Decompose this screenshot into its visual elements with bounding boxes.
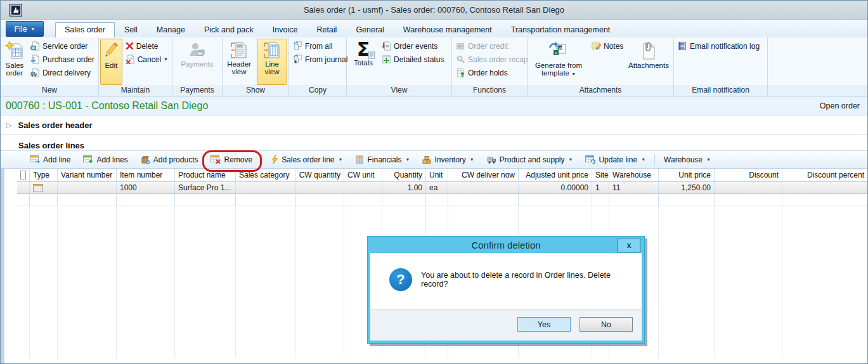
yes-button[interactable]: Yes bbox=[517, 317, 571, 332]
update-line-icon bbox=[585, 155, 595, 164]
col-cw-unit[interactable]: CW unit bbox=[344, 169, 382, 181]
delete-button[interactable]: Delete bbox=[123, 39, 171, 53]
cell-sales-category[interactable] bbox=[236, 182, 296, 193]
col-unit-price[interactable]: Unit price bbox=[659, 169, 715, 181]
cancel-label: Cancel bbox=[138, 55, 161, 64]
group-label-copy: Copy bbox=[289, 85, 346, 96]
product-and-supply-menu[interactable]: Product and supply ▼ bbox=[481, 151, 580, 168]
cell-variant-number[interactable] bbox=[58, 182, 117, 193]
sales-order-line-menu[interactable]: Sales order line ▼ bbox=[264, 151, 349, 168]
tab-manage[interactable]: Manage bbox=[147, 22, 195, 37]
col-discount[interactable]: Discount bbox=[715, 169, 782, 181]
direct-delivery-button[interactable]: Direct delivery bbox=[28, 66, 97, 79]
cell-discount[interactable] bbox=[715, 182, 782, 193]
col-item-number[interactable]: Item number bbox=[117, 169, 175, 181]
service-order-button[interactable]: Service order bbox=[28, 39, 97, 53]
tab-retail[interactable]: Retail bbox=[307, 22, 346, 37]
col-discount-percent[interactable]: Discount percent bbox=[782, 169, 867, 181]
col-site[interactable]: Site bbox=[592, 169, 609, 181]
tab-pick-and-pack[interactable]: Pick and pack bbox=[195, 22, 263, 37]
expander-icon[interactable]: ▷ bbox=[6, 121, 11, 129]
header-view-label: Header view bbox=[224, 60, 254, 75]
tab-general[interactable]: General bbox=[346, 22, 393, 37]
col-cw-deliver-now[interactable]: CW deliver now bbox=[448, 169, 519, 181]
financials-label: Financials bbox=[367, 155, 401, 164]
dropdown-arrow-icon: ▼ bbox=[164, 57, 168, 62]
group-label-maintain: Maintain bbox=[99, 85, 172, 96]
ribbon-group-view: Σ Totals Order events Detailed status Vi… bbox=[347, 37, 452, 96]
col-warehouse[interactable]: Warehouse bbox=[609, 169, 659, 181]
order-holds-button[interactable]: Order holds bbox=[453, 66, 531, 79]
remove-button[interactable]: Remove bbox=[204, 151, 259, 168]
close-icon[interactable]: x bbox=[618, 238, 640, 252]
ribbon: Sales order Service order Purchase order… bbox=[1, 37, 867, 96]
svg-text:X: X bbox=[555, 51, 557, 55]
sales-order-icon bbox=[5, 41, 24, 60]
file-menu-label: File bbox=[14, 25, 27, 34]
col-type[interactable]: Type bbox=[30, 169, 58, 181]
cell-unit[interactable]: ea bbox=[426, 182, 448, 193]
add-products-button[interactable]: Add products bbox=[134, 151, 205, 168]
col-cw-quantity[interactable]: CW quantity bbox=[296, 169, 344, 181]
order-events-button[interactable]: Order events bbox=[379, 39, 446, 53]
col-variant-number[interactable]: Variant number bbox=[58, 169, 117, 181]
edit-pencil-icon bbox=[102, 41, 120, 60]
totals-button[interactable]: Σ Totals bbox=[348, 39, 379, 85]
add-lines-button[interactable]: Add lines bbox=[77, 151, 134, 168]
row-type-cell[interactable] bbox=[30, 182, 58, 193]
financials-menu[interactable]: Financials ▼ bbox=[349, 151, 416, 168]
ribbon-group-new: Sales order Service order Purchase order… bbox=[1, 37, 99, 96]
cell-item-number[interactable]: 1000 bbox=[117, 182, 175, 193]
header-view-button[interactable]: Header view bbox=[224, 39, 254, 85]
from-journal-button[interactable]: From journal bbox=[290, 53, 350, 66]
select-all-checkbox[interactable] bbox=[20, 171, 26, 179]
sales-order-lines-title: Sales order lines bbox=[18, 141, 84, 150]
purchase-order-button[interactable]: Purchase order bbox=[28, 53, 97, 66]
update-line-menu[interactable]: Update line ▼ bbox=[579, 151, 652, 168]
payments-button: Payments bbox=[176, 39, 218, 85]
col-unit[interactable]: Unit bbox=[426, 169, 448, 181]
tab-invoice[interactable]: Invoice bbox=[263, 22, 308, 37]
tab-transportation-management[interactable]: Transportation management bbox=[502, 22, 620, 37]
warehouse-menu[interactable]: Warehouse ▼ bbox=[657, 151, 717, 168]
cell-site[interactable]: 1 bbox=[592, 182, 609, 193]
cell-cw-deliver-now[interactable] bbox=[448, 182, 519, 193]
dropdown-arrow-icon: ▼ bbox=[31, 27, 36, 31]
order-title: 000760 : US-001 - Contoso Retail San Die… bbox=[6, 100, 208, 112]
add-lines-label: Add lines bbox=[96, 155, 127, 164]
cancel-button[interactable]: Cancel ▼ bbox=[123, 53, 171, 66]
detailed-status-button[interactable]: Detailed status bbox=[379, 53, 446, 66]
cell-adjusted-unit-price[interactable]: 0.00000 bbox=[519, 182, 592, 193]
cell-unit-price[interactable]: 1,250.00 bbox=[659, 182, 715, 193]
col-quantity[interactable]: Quantity bbox=[382, 169, 426, 181]
line-view-button[interactable]: Line view bbox=[257, 39, 287, 85]
email-notification-log-button[interactable]: Email notification log bbox=[675, 39, 762, 53]
from-all-icon bbox=[293, 41, 302, 51]
no-button[interactable]: No bbox=[580, 317, 633, 332]
cell-cw-quantity[interactable] bbox=[296, 182, 344, 193]
add-line-button[interactable]: Add line bbox=[23, 151, 77, 168]
ribbon-tab-strip: File ▼ Sales order Sell Manage Pick and … bbox=[1, 20, 867, 37]
inventory-menu[interactable]: Inventory ▼ bbox=[416, 151, 480, 168]
col-sales-category[interactable]: Sales category bbox=[236, 169, 296, 181]
row-select-cell[interactable] bbox=[17, 182, 30, 193]
col-product-name[interactable]: Product name bbox=[175, 169, 236, 181]
file-menu-button[interactable]: File ▼ bbox=[6, 21, 44, 37]
cell-warehouse[interactable]: 11 bbox=[609, 182, 659, 193]
new-sales-order-button[interactable]: Sales order bbox=[2, 39, 27, 85]
cell-product-name[interactable]: Surface Pro 1... bbox=[175, 182, 236, 193]
tab-sell[interactable]: Sell bbox=[115, 22, 147, 37]
generate-from-template-button[interactable]: WX Generate from template ▼ bbox=[529, 39, 588, 85]
table-row[interactable]: 1000 Surface Pro 1... 1.00 ea 0.00000 1 … bbox=[17, 181, 867, 194]
cell-cw-unit[interactable] bbox=[344, 182, 382, 193]
col-adjusted-unit-price[interactable]: Adjusted unit price bbox=[519, 169, 592, 181]
attachments-button[interactable]: Attachments bbox=[625, 39, 672, 85]
empty-row[interactable] bbox=[17, 194, 867, 206]
from-all-button[interactable]: From all bbox=[290, 39, 350, 53]
tab-warehouse-management[interactable]: Warehouse management bbox=[394, 22, 502, 37]
notes-button[interactable]: Notes bbox=[589, 39, 625, 53]
cell-quantity[interactable]: 1.00 bbox=[382, 182, 426, 193]
tab-sales-order[interactable]: Sales order bbox=[55, 22, 115, 37]
cell-discount-percent[interactable] bbox=[782, 182, 867, 193]
edit-button[interactable]: Edit bbox=[100, 39, 122, 85]
